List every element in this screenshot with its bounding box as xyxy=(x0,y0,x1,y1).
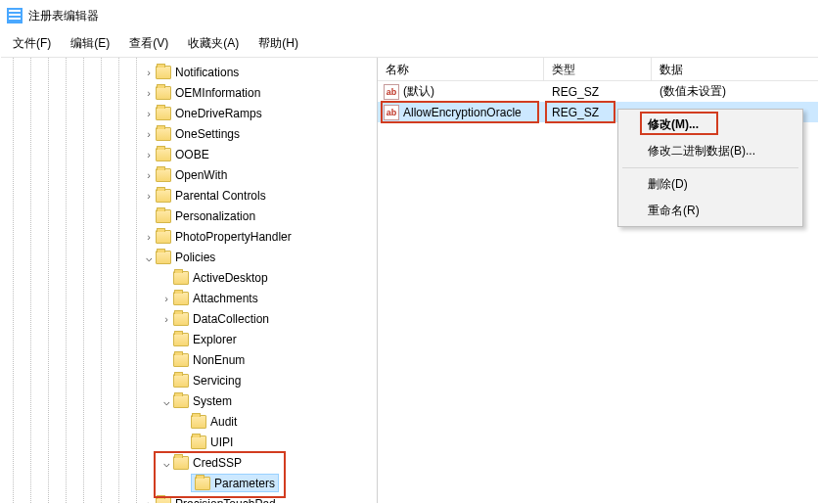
col-header-name[interactable]: 名称 xyxy=(378,58,544,80)
tree-label: ActiveDesktop xyxy=(193,271,268,285)
expander-closed-icon[interactable]: › xyxy=(159,312,173,326)
tree-item[interactable]: ›Parental Controls xyxy=(1,185,377,206)
tree-item[interactable]: NonEnum xyxy=(1,349,377,370)
menu-help[interactable]: 帮助(H) xyxy=(250,32,306,55)
tree-label: Policies xyxy=(175,251,215,264)
tree-panel[interactable]: ›Notifications›OEMInformation›OneDriveRa… xyxy=(1,58,378,504)
value-data: (数值未设置) xyxy=(652,83,818,100)
tree-item[interactable]: ⌵System xyxy=(1,390,377,411)
tree-label: UIPI xyxy=(210,435,233,449)
tree-item[interactable]: ⌵Policies xyxy=(1,247,377,267)
folder-icon xyxy=(173,394,189,408)
tree-item[interactable]: Servicing xyxy=(1,370,377,390)
expander-closed-icon[interactable]: › xyxy=(142,148,156,161)
tree-item[interactable]: ›OOBE xyxy=(1,144,377,164)
expander-closed-icon[interactable]: › xyxy=(142,107,156,120)
folder-icon xyxy=(156,66,171,79)
app-icon xyxy=(7,8,23,23)
folder-icon xyxy=(156,209,171,223)
tree-label: PrecisionTouchPad xyxy=(175,497,276,505)
tree-label: Attachments xyxy=(193,292,258,305)
tree-label: OneDriveRamps xyxy=(175,107,262,120)
tree-item[interactable]: ›PrecisionTouchPad xyxy=(1,493,377,504)
folder-icon xyxy=(156,107,171,120)
expander-closed-icon[interactable]: › xyxy=(142,86,156,100)
tree-item[interactable]: Explorer xyxy=(1,329,377,349)
context-menu: 修改(M)... 修改二进制数据(B)... 删除(D) 重命名(R) xyxy=(617,109,803,227)
folder-icon xyxy=(156,148,171,161)
tree-item[interactable]: ›Attachments xyxy=(1,288,377,308)
context-menu-modify-binary[interactable]: 修改二进制数据(B)... xyxy=(620,138,800,164)
folder-icon xyxy=(195,477,210,490)
folder-icon xyxy=(173,456,189,470)
tree-label: CredSSP xyxy=(193,456,242,470)
titlebar: 注册表编辑器 xyxy=(1,1,818,30)
tree-label: System xyxy=(193,394,232,408)
expander-open-icon[interactable]: ⌵ xyxy=(159,394,173,408)
tree-label: Parental Controls xyxy=(175,189,266,203)
expander-closed-icon[interactable]: › xyxy=(142,168,156,182)
menu-edit[interactable]: 编辑(E) xyxy=(63,32,117,55)
tree-item[interactable]: ›OEMInformation xyxy=(1,82,377,103)
tree-label: Parameters xyxy=(214,477,275,490)
tree-item[interactable]: ›PhotoPropertyHandler xyxy=(1,226,377,247)
tree-item[interactable]: Parameters xyxy=(1,473,377,493)
folder-icon xyxy=(156,86,171,100)
tree-item[interactable]: ›DataCollection xyxy=(1,308,377,329)
folder-icon xyxy=(173,333,189,346)
highlight-allowencryptionoracle xyxy=(381,101,539,123)
menu-favorites[interactable]: 收藏夹(A) xyxy=(180,32,247,55)
col-header-data[interactable]: 数据 xyxy=(652,58,818,80)
folder-icon xyxy=(173,271,189,285)
list-row[interactable]: ab(默认)REG_SZ(数值未设置) xyxy=(378,81,818,102)
list-panel[interactable]: 名称 类型 数据 ab(默认)REG_SZ(数值未设置)abAllowEncry… xyxy=(378,58,818,504)
expander-open-icon[interactable]: ⌵ xyxy=(142,251,156,264)
tree-item[interactable]: UIPI xyxy=(1,432,377,452)
highlight-selected-type xyxy=(545,101,615,123)
tree-label: Personalization xyxy=(175,209,255,223)
tree-label: OneSettings xyxy=(175,127,240,141)
folder-icon xyxy=(156,189,171,203)
tree-label: Audit xyxy=(210,415,237,429)
reg-string-icon: ab xyxy=(384,84,399,100)
tree-label: NonEnum xyxy=(193,353,245,367)
expander-closed-icon[interactable]: › xyxy=(142,230,156,244)
tree-item[interactable]: ›OpenWith xyxy=(1,164,377,185)
col-header-type[interactable]: 类型 xyxy=(544,58,652,80)
context-menu-delete[interactable]: 删除(D) xyxy=(620,171,800,198)
tree-item[interactable]: ›Notifications xyxy=(1,62,377,82)
main-area: ›Notifications›OEMInformation›OneDriveRa… xyxy=(1,58,818,504)
tree-item[interactable]: ›OneSettings xyxy=(1,123,377,144)
folder-icon xyxy=(156,230,171,244)
expander-closed-icon[interactable]: › xyxy=(142,66,156,79)
tree-item[interactable]: ActiveDesktop xyxy=(1,267,377,288)
folder-icon xyxy=(156,497,171,505)
tree-label: OEMInformation xyxy=(175,86,260,100)
tree-item[interactable]: ›OneDriveRamps xyxy=(1,103,377,123)
folder-icon xyxy=(173,292,189,305)
tree-item[interactable]: ⌵CredSSP xyxy=(1,452,377,473)
tree-label: Explorer xyxy=(193,333,237,346)
context-menu-rename[interactable]: 重命名(R) xyxy=(620,198,800,224)
expander-closed-icon[interactable]: › xyxy=(142,189,156,203)
expander-open-icon[interactable]: ⌵ xyxy=(159,456,173,470)
list-header: 名称 类型 数据 xyxy=(378,58,818,81)
tree-label: OOBE xyxy=(175,148,209,161)
context-menu-separator xyxy=(622,167,798,168)
folder-icon xyxy=(173,374,189,388)
tree-item[interactable]: Personalization xyxy=(1,206,377,226)
expander-closed-icon[interactable]: › xyxy=(159,292,173,305)
folder-icon xyxy=(191,435,206,449)
tree-label: Servicing xyxy=(193,374,241,388)
tree-label: Notifications xyxy=(175,66,239,79)
folder-icon xyxy=(156,251,171,264)
menu-view[interactable]: 查看(V) xyxy=(121,32,176,55)
expander-closed-icon[interactable]: › xyxy=(142,127,156,141)
tree-item[interactable]: Audit xyxy=(1,411,377,432)
folder-icon xyxy=(156,168,171,182)
folder-icon xyxy=(173,312,189,326)
expander-closed-icon[interactable]: › xyxy=(142,497,156,505)
menu-file[interactable]: 文件(F) xyxy=(5,32,59,55)
highlight-modify xyxy=(640,112,718,135)
folder-icon xyxy=(191,415,206,429)
